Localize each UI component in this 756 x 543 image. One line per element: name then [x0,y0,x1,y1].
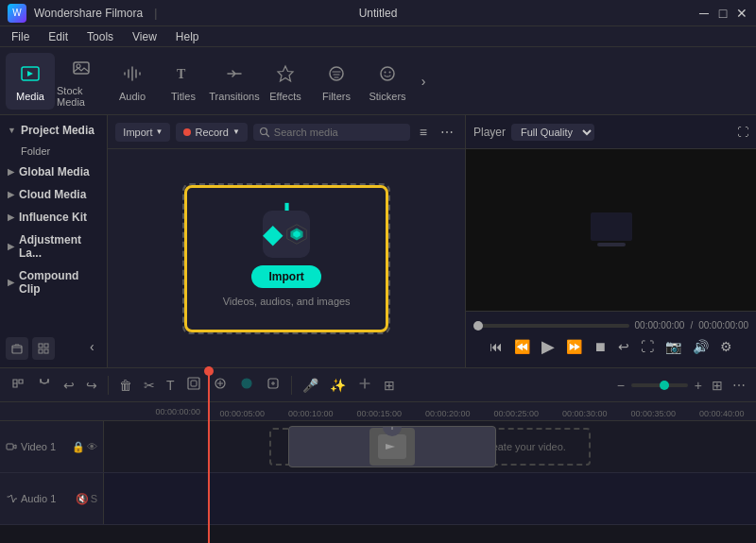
audio-track-content[interactable] [104,473,756,524]
tl-transform-button[interactable] [183,374,204,396]
menu-file[interactable]: File [8,28,33,45]
tool-titles[interactable]: T Titles [159,53,208,110]
sidebar-add-folder-button[interactable] [6,337,28,360]
titles-icon: T [170,60,197,87]
play-button[interactable]: ▶ [539,334,558,359]
svg-point-24 [242,379,251,388]
import-dropdown-arrow: ▼ [156,127,163,136]
stickers-icon [374,60,401,87]
audio-track-solo-button[interactable]: S [91,493,97,505]
progress-track[interactable] [473,324,629,328]
import-button[interactable]: Import ▼ [115,123,170,142]
ruler-mark-8: 00:00:40:00 [688,409,757,418]
search-box[interactable] [253,124,410,141]
menu-help[interactable]: Help [172,28,203,45]
tool-media[interactable]: Media [6,53,55,110]
tl-color-button[interactable] [236,374,257,396]
tl-snap-button[interactable] [8,374,28,396]
sidebar-item-adjustment-layer[interactable]: ▶ Adjustment La... [0,229,107,264]
volume-button[interactable]: 🔊 [690,337,712,356]
sidebar-folder[interactable]: Folder [0,142,107,161]
tool-stock-media[interactable]: Stock Media [57,53,106,110]
svg-point-7 [385,71,387,73]
tool-audio[interactable]: Audio [108,53,157,110]
ruler-mark-1: 00:00:05:00 [208,409,277,418]
search-input[interactable] [274,127,404,138]
audio-track-controls: 🔇 S [76,493,97,505]
sidebar-project-media[interactable]: ▼ Project Media [0,119,107,142]
audio-track-header: Audio 1 🔇 S [0,473,104,524]
zoom-in-button[interactable]: + [692,376,705,395]
settings-button[interactable]: ⚙ [717,337,735,356]
tool-filters[interactable]: Filters [312,53,361,110]
tl-grid-button[interactable]: ⊞ [709,376,726,395]
minimize-button[interactable]: ─ [697,7,711,20]
search-icon [259,127,270,138]
close-button[interactable]: ✕ [735,7,748,20]
sidebar-item-cloud-media[interactable]: ▶ Cloud Media [0,183,107,206]
tl-undo-button[interactable]: ↩ [60,376,77,395]
video-track-eye-button[interactable]: 👁 [87,441,97,453]
import-drop-button[interactable]: Import [251,265,320,288]
progress-thumb[interactable] [473,321,483,331]
menu-bar: File Edit Tools View Help [0,26,756,47]
video-track-lock-button[interactable]: 🔒 [72,441,85,453]
app-name: Wondershare Filmora [34,7,143,20]
sidebar-collapse-button[interactable]: ‹ [82,337,101,356]
menu-view[interactable]: View [129,28,161,45]
main-content: ▼ Project Media Folder ▶ Global Media ▶ … [0,115,756,368]
sidebar-grid-view-button[interactable] [32,337,55,360]
player-panel: Player Full Quality 1/2 Quality 1/4 Qual… [465,115,756,367]
ruler-mark-3: 00:00:15:00 [345,409,414,418]
tl-voice-button[interactable]: 🎤 [300,376,321,395]
go-end-button[interactable]: ⏹ [591,337,610,356]
maximize-button[interactable]: □ [716,7,730,20]
video-track-header: Video 1 🔒 👁 [0,421,104,472]
zoom-slider[interactable] [631,383,688,387]
tl-text-button[interactable]: T [163,376,178,395]
fullscreen-button[interactable]: ⛶ [638,337,657,356]
record-button[interactable]: Record ▼ [176,123,247,142]
svg-rect-22 [191,381,197,386]
video-clip[interactable]: + [288,426,496,467]
player-header: Player Full Quality 1/2 Quality 1/4 Qual… [466,115,756,149]
app-logo: W [8,4,26,23]
toolbar-expand-button[interactable]: › [414,53,433,110]
screenshot-button[interactable]: 📷 [662,337,684,356]
video-track-row: Video 1 🔒 👁 + Drag and drop media and ef… [0,421,756,473]
tool-stickers[interactable]: Stickers [363,53,412,110]
tl-magnetic-button[interactable] [34,374,55,396]
menu-tools[interactable]: Tools [83,28,117,45]
menu-edit[interactable]: Edit [44,28,72,45]
video-track-content[interactable]: + Drag and drop media and effects here t… [104,421,756,472]
audio-track-mute-button[interactable]: 🔇 [76,493,89,505]
tl-delete-button[interactable]: 🗑 [116,376,135,395]
loop-button[interactable]: ↩ [615,337,632,356]
tl-cut-button[interactable]: ✂ [141,376,158,395]
tl-redo-button[interactable]: ↪ [83,376,100,395]
filter-sort-button[interactable]: ≡ [416,123,431,142]
tool-transitions[interactable]: Transitions [210,53,259,110]
progress-bar[interactable]: 00:00:00:00 / 00:00:00:00 [473,320,748,331]
tool-effects[interactable]: Effects [261,53,310,110]
media-panel: Import ▼ Record ▼ ≡ ⋯ [108,115,465,367]
sidebar-item-global-media[interactable]: ▶ Global Media [0,161,107,183]
tl-more-button[interactable]: ⋯ [730,376,748,395]
tl-mask-button[interactable] [210,374,231,396]
tl-effects-button[interactable]: ✨ [327,376,349,395]
step-back-button[interactable]: ⏪ [511,337,533,356]
more-options-button[interactable]: ⋯ [437,123,457,142]
quality-select[interactable]: Full Quality 1/2 Quality 1/4 Quality [511,124,594,141]
step-forward-button[interactable]: ⏩ [563,337,585,356]
svg-rect-9 [12,346,22,353]
tl-speed-button[interactable] [354,374,375,396]
sidebar-item-compound-clip[interactable]: ▶ Compound Clip [0,264,107,300]
tl-layout-button[interactable]: ⊞ [381,376,398,395]
player-expand-button[interactable]: ⛶ [737,126,748,139]
svg-point-14 [260,127,266,134]
tl-ai-button[interactable] [263,374,284,396]
media-drop-area[interactable]: ⬇ Import Videos, audios, and images [108,149,465,367]
sidebar-item-influence-kit[interactable]: ▶ Influence Kit [0,206,107,229]
zoom-out-button[interactable]: − [614,376,627,395]
go-start-button[interactable]: ⏮ [487,337,506,356]
